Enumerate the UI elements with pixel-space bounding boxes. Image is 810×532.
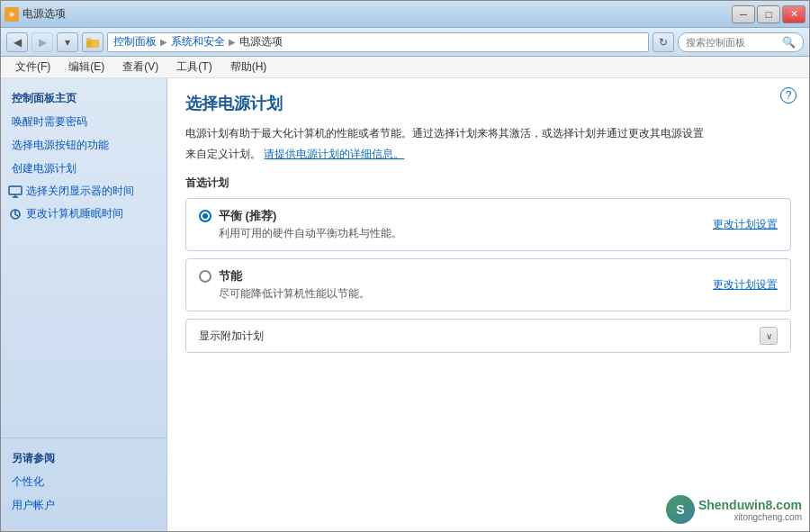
sidebar-link-personalize[interactable]: 个性化: [1, 470, 166, 493]
minimize-button[interactable]: ─: [732, 5, 755, 23]
sidebar-link-display-label: 选择关闭显示器的时间: [26, 184, 134, 199]
search-input[interactable]: [686, 37, 778, 48]
menu-help[interactable]: 帮助(H): [223, 58, 274, 77]
sidebar-also-see-title: 另请参阅: [1, 446, 166, 470]
address-bar: ◀ ▶ ▾ 控制面板 ▶ 系统和安全 ▶ 电源选项 ↻ 🔍: [1, 28, 809, 57]
radio-power-saver[interactable]: [199, 270, 212, 283]
svg-rect-2: [86, 40, 92, 48]
title-bar-left: 电源选项: [4, 6, 66, 22]
plan-balanced-info: 平衡 (推荐) 利用可用的硬件自动平衡功耗与性能。: [219, 208, 402, 241]
menu-edit[interactable]: 编辑(E): [61, 58, 112, 77]
plan-balanced: 平衡 (推荐) 利用可用的硬件自动平衡功耗与性能。 更改计划设置: [185, 198, 791, 251]
sidebar-main-title[interactable]: 控制面板主页: [1, 86, 166, 110]
help-icon[interactable]: ?: [780, 87, 796, 104]
description-line2: 来自定义计划。 请提供电源计划的详细信息。: [185, 146, 791, 163]
plan-balanced-name: 平衡 (推荐): [219, 208, 402, 224]
plan-balanced-row: 平衡 (推荐) 利用可用的硬件自动平衡功耗与性能。 更改计划设置: [199, 208, 778, 241]
plan-power-saver-link[interactable]: 更改计划设置: [713, 277, 778, 293]
svg-rect-3: [86, 38, 91, 41]
plan-power-saver-row: 节能 尽可能降低计算机性能以节能。 更改计划设置: [199, 268, 778, 302]
breadcrumb: 控制面板 ▶ 系统和安全 ▶ 电源选项: [107, 32, 649, 52]
title-bar-buttons: ─ □ ✕: [732, 5, 806, 23]
monitor-icon: [8, 185, 22, 199]
app-icon: [4, 7, 19, 22]
breadcrumb-item-0[interactable]: 控制面板: [113, 34, 157, 50]
back-button[interactable]: ◀: [6, 32, 28, 52]
main-area: 控制面板主页 唤醒时需要密码 选择电源按钮的功能 创建电源计划 选择关闭显示器的…: [1, 78, 809, 531]
sidebar-link-sleep-label: 更改计算机睡眠时间: [26, 206, 123, 221]
watermark-url: xitongcheng.com: [698, 512, 802, 522]
plan-balanced-left: 平衡 (推荐) 利用可用的硬件自动平衡功耗与性能。: [199, 208, 402, 241]
show-plans-text: 显示附加计划: [199, 329, 264, 344]
breadcrumb-sep-0: ▶: [160, 37, 167, 47]
plan-power-saver-desc: 尽可能降低计算机性能以节能。: [219, 286, 370, 302]
maximize-button[interactable]: □: [757, 5, 780, 23]
sidebar: 控制面板主页 唤醒时需要密码 选择电源按钮的功能 创建电源计划 选择关闭显示器的…: [1, 78, 167, 531]
watermark: S Shenduwin8.com xitongcheng.com: [666, 495, 802, 524]
sidebar-link-power-button[interactable]: 选择电源按钮的功能: [1, 133, 166, 157]
chevron-down-icon: ∨: [760, 327, 778, 345]
search-box: 🔍: [678, 32, 804, 52]
refresh-button[interactable]: ↻: [652, 32, 674, 52]
plan-power-saver-info: 节能 尽可能降低计算机性能以节能。: [219, 268, 370, 302]
breadcrumb-item-2: 电源选项: [239, 34, 283, 50]
menu-view[interactable]: 查看(V): [115, 58, 166, 77]
plan-power-saver-name: 节能: [219, 268, 370, 284]
watermark-site: Shenduwin8.com: [698, 498, 802, 512]
watermark-text: Shenduwin8.com xitongcheng.com: [698, 498, 802, 522]
window: 电源选项 ─ □ ✕ ◀ ▶ ▾ 控制面板 ▶ 系统和安全 ▶ 电源选项 ↻: [0, 0, 810, 532]
plan-balanced-desc: 利用可用的硬件自动平衡功耗与性能。: [219, 226, 402, 241]
menu-tools[interactable]: 工具(T): [169, 58, 219, 77]
plan-power-saver-left: 节能 尽可能降低计算机性能以节能。: [199, 268, 370, 302]
breadcrumb-sep-1: ▶: [229, 37, 236, 47]
description-link[interactable]: 请提供电源计划的详细信息。: [264, 148, 404, 160]
svg-rect-4: [9, 186, 22, 194]
breadcrumb-item-1[interactable]: 系统和安全: [171, 34, 225, 50]
sidebar-link-create-plan[interactable]: 创建电源计划: [1, 157, 166, 180]
plan-balanced-link[interactable]: 更改计划设置: [713, 217, 778, 232]
page-title: 选择电源计划: [185, 93, 791, 114]
window-title: 电源选项: [22, 6, 66, 22]
description-line1: 电源计划有助于最大化计算机的性能或者节能。通过选择计划来将其激活，或选择计划并通…: [185, 125, 791, 142]
plan-power-saver: 节能 尽可能降低计算机性能以节能。 更改计划设置: [185, 258, 791, 311]
title-bar: 电源选项 ─ □ ✕: [1, 1, 809, 28]
sidebar-bottom: 另请参阅 个性化 用户帐户: [1, 437, 166, 524]
forward-button[interactable]: ▶: [32, 32, 53, 52]
search-icon[interactable]: 🔍: [782, 36, 796, 49]
sidebar-link-user-accounts[interactable]: 用户帐户: [1, 493, 166, 517]
sleep-icon: [8, 207, 22, 221]
watermark-logo-circle: S: [666, 495, 695, 524]
section-label: 首选计划: [185, 176, 791, 191]
sidebar-item-display-time[interactable]: 选择关闭显示器的时间: [1, 180, 166, 203]
show-additional-plans[interactable]: 显示附加计划 ∨: [185, 319, 791, 353]
menu-file[interactable]: 文件(F): [8, 58, 58, 77]
close-button[interactable]: ✕: [782, 5, 806, 23]
radio-balanced[interactable]: [199, 210, 212, 222]
dropdown-button[interactable]: ▾: [57, 32, 78, 52]
sidebar-link-wakeup[interactable]: 唤醒时需要密码: [1, 110, 166, 133]
menu-bar: 文件(F) 编辑(E) 查看(V) 工具(T) 帮助(H): [1, 57, 809, 78]
folder-icon: [82, 32, 104, 52]
content-area: ? 选择电源计划 电源计划有助于最大化计算机的性能或者节能。通过选择计划来将其激…: [167, 78, 809, 531]
sidebar-item-sleep-time[interactable]: 更改计算机睡眠时间: [1, 203, 166, 225]
